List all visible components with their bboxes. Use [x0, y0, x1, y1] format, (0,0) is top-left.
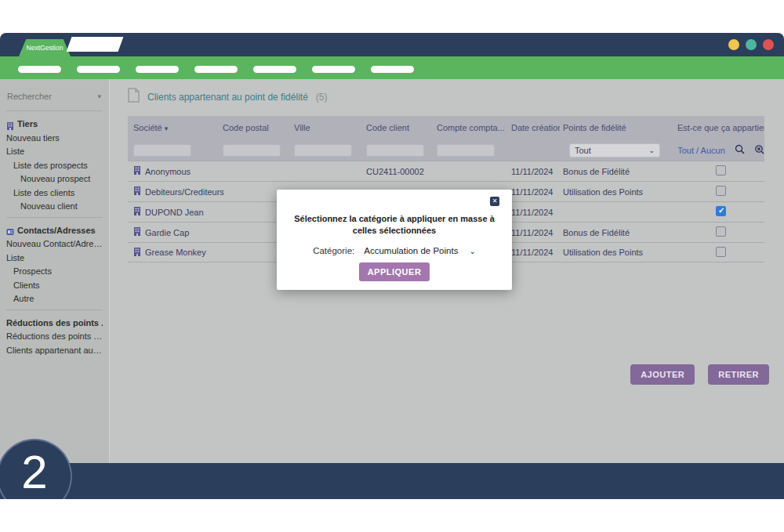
points-cell: Utilisation des Points	[560, 187, 677, 197]
filter-code-client-input[interactable]	[366, 144, 424, 157]
sidebar-item-nouveau-contact[interactable]: Nouveau Contact/Adresse	[6, 237, 103, 252]
sidebar-divider	[6, 110, 103, 111]
contact-card-icon	[6, 226, 14, 234]
sidebar-item-contacts-adresses[interactable]: Contacts/Adresses	[6, 224, 103, 238]
chevron-down-icon: ⌄	[469, 247, 475, 255]
nav-item-redacted[interactable]	[136, 66, 179, 73]
sidebar-divider	[6, 309, 103, 310]
app-tab[interactable]: NextGestion	[19, 39, 71, 56]
appartient-checkbox[interactable]	[716, 226, 726, 237]
page-title: Clients appartenant au point de fidélité	[147, 92, 308, 103]
window-controls	[728, 39, 774, 50]
sidebar-item-liste-prospects[interactable]: Liste des prospects	[6, 159, 103, 173]
table-row[interactable]: Anonymous CU2411-00002 11/11/2024 Bonus …	[128, 161, 764, 181]
close-dot-icon[interactable]	[763, 39, 774, 50]
sidebar-item-clients-appartenant[interactable]: Clients appartenant au p...	[6, 344, 103, 358]
clear-search-icon[interactable]	[754, 144, 764, 156]
sidebar-item-liste[interactable]: Liste	[6, 145, 103, 159]
building-icon	[133, 207, 141, 217]
points-cell: Utilisation des Points	[560, 248, 677, 257]
nav-item-redacted[interactable]	[371, 66, 414, 73]
filter-ville-input[interactable]	[294, 144, 352, 157]
table-header-row: Société ▾ Code postal Ville Code client …	[128, 116, 764, 139]
appartient-checkbox[interactable]	[716, 186, 726, 196]
window-titlebar: NextGestion	[0, 33, 784, 56]
sidebar-item-label: Contacts/Adresses	[17, 224, 96, 238]
appartient-checkbox[interactable]	[716, 247, 726, 257]
column-header-ville[interactable]: Ville	[294, 123, 366, 132]
sidebar-divider	[6, 217, 103, 218]
document-icon	[128, 88, 140, 106]
building-icon	[133, 166, 141, 176]
column-header-compte[interactable]: Compte compta...	[437, 123, 511, 132]
page-title-row: Clients appartenant au point de fidélité…	[110, 79, 784, 106]
building-icon	[133, 227, 141, 237]
code-client-cell: CU2411-00002	[366, 167, 437, 176]
sort-desc-icon: ▾	[165, 125, 169, 132]
sidebar-item-nouveau-tiers[interactable]: Nouveau tiers	[6, 132, 103, 146]
sidebar-item-nouveau-client[interactable]: Nouveau client	[6, 200, 103, 214]
column-header-code-postal[interactable]: Code postal	[223, 123, 294, 132]
sidebar-item-reductions-points[interactable]: Réductions des points ...	[6, 317, 103, 331]
retirer-button[interactable]: RETIRER	[708, 364, 769, 385]
client-name-link[interactable]: Debiteurs/Crediteurs	[145, 187, 224, 197]
column-header-code-client[interactable]: Code client	[366, 123, 437, 132]
nav-item-redacted[interactable]	[77, 66, 120, 73]
tout-aucun-link[interactable]: Tout / Aucun	[677, 146, 725, 155]
modal-title: Sélectionnez la catégorie à appliquer en…	[284, 213, 505, 237]
client-name-link[interactable]: DUPOND Jean	[145, 208, 204, 217]
column-header-societe[interactable]: Société ▾	[128, 123, 223, 132]
column-header-points[interactable]: Points de fidélité	[560, 123, 677, 132]
date-cell: 11/11/2024	[511, 167, 560, 176]
maximize-dot-icon[interactable]	[746, 39, 757, 50]
sidebar-item-reductions-points-de[interactable]: Réductions des points de...	[6, 330, 103, 344]
nav-item-redacted[interactable]	[312, 66, 355, 73]
nav-item-redacted[interactable]	[253, 66, 296, 73]
building-icon	[133, 248, 141, 258]
search-icon[interactable]	[735, 144, 745, 156]
ajouter-button[interactable]: AJOUTER	[630, 364, 695, 385]
step-number: 2	[21, 449, 47, 496]
nav-item-redacted[interactable]	[18, 66, 61, 73]
client-name-link[interactable]: Gardie Cap	[145, 228, 189, 237]
caret-down-icon: ▾	[97, 92, 101, 100]
sidebar-item-prospects[interactable]: Prospects	[6, 265, 103, 279]
sidebar-search-label: Rechercher	[7, 92, 52, 101]
sidebar-item-nouveau-prospect[interactable]: Nouveau prospect	[6, 172, 103, 186]
category-label: Catégorie:	[313, 246, 354, 255]
sidebar-item-liste-clients[interactable]: Liste des clients	[6, 186, 103, 201]
column-header-date[interactable]: Date création	[511, 123, 560, 132]
client-name-link[interactable]: Grease Monkey	[145, 248, 206, 257]
sidebar-search-select[interactable]: Rechercher ▾	[6, 90, 103, 107]
appartient-checkbox[interactable]	[716, 165, 726, 176]
client-name-link[interactable]: Anonymous	[145, 167, 191, 176]
minimize-dot-icon[interactable]	[728, 39, 739, 50]
date-cell: 11/11/2024	[511, 228, 560, 237]
sidebar-item-autre[interactable]: Autre	[6, 292, 103, 306]
column-header-appartient[interactable]: Est-ce que ça appartient?	[677, 123, 764, 132]
appartient-checkbox[interactable]	[716, 206, 726, 216]
date-cell: 11/11/2024	[511, 248, 560, 257]
sidebar-item-liste-2[interactable]: Liste	[6, 252, 103, 266]
redacted-tab[interactable]	[67, 37, 124, 52]
sidebar-item-clients[interactable]: Clients	[6, 279, 103, 293]
filter-societe-input[interactable]	[133, 144, 191, 157]
category-select[interactable]: Accumulation de Points ⌄	[364, 246, 476, 255]
points-filter-select[interactable]: Tout ⌄	[569, 143, 660, 157]
filter-compte-input[interactable]	[437, 144, 495, 157]
filter-code-postal-input[interactable]	[223, 144, 281, 157]
appliquer-button[interactable]: APPLIQUER	[359, 262, 430, 281]
sidebar-item-label: Tiers	[17, 118, 38, 132]
main-nav	[0, 56, 784, 79]
bulk-category-modal: ✕ Sélectionnez la catégorie à appliquer …	[277, 190, 512, 290]
date-cell: 11/11/2024	[511, 208, 560, 217]
chevron-down-icon: ⌄	[648, 147, 655, 154]
points-cell: Bonus de Fidélité	[560, 167, 677, 176]
footer-bar	[0, 463, 784, 499]
table-filter-row: Tout ⌄ Tout / Aucun	[128, 139, 764, 161]
page-count: (5)	[316, 92, 328, 103]
sidebar-item-tiers[interactable]: Tiers	[6, 118, 103, 132]
close-icon[interactable]: ✕	[490, 197, 499, 206]
nav-item-redacted[interactable]	[194, 66, 238, 73]
building-icon	[6, 121, 14, 128]
